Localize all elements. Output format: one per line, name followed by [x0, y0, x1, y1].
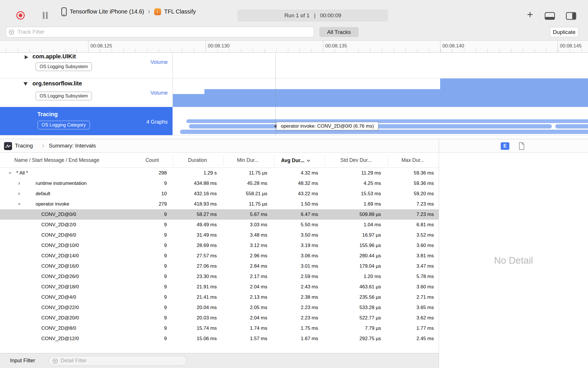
breadcrumb-tracing[interactable]: Tracing	[15, 139, 33, 152]
row-value: 20.04 ms	[197, 302, 217, 313]
column-header-min-dur[interactable]: Min Dur...	[237, 153, 259, 168]
track-filter-field[interactable]	[6, 27, 314, 37]
row-name: CONV_2D@26/0	[41, 271, 79, 282]
row-value: 2.84 ms	[250, 261, 267, 271]
column-header-duration[interactable]: Duration	[188, 153, 207, 168]
volume-graph-tensorflow[interactable]	[173, 78, 588, 107]
no-detail-label: No Detail	[494, 255, 533, 266]
tracing-intervals-graph[interactable]	[173, 107, 588, 135]
track-area: com.apple.UIKit OS Logging Subsystem Vol…	[0, 53, 588, 139]
interval-bar[interactable]	[180, 130, 588, 134]
detail-filter-field[interactable]	[49, 356, 187, 366]
table-row-conv-2d-6-0[interactable]: CONV_2D@6/0931.49 ms3.48 ms3.50 ms16.97 …	[0, 230, 439, 240]
table-row-conv-2d-14-0[interactable]: CONV_2D@14/0927.57 ms2.96 ms3.06 ms280.4…	[0, 251, 439, 261]
row-disclosure-down-icon[interactable]	[17, 202, 21, 206]
document-detail-button[interactable]	[518, 142, 525, 150]
breadcrumb-summary-intervals[interactable]: Summary: Intervals	[49, 139, 96, 152]
row-value: 9	[164, 251, 167, 261]
ruler-minor-tick	[558, 49, 558, 52]
timeline-ruler[interactable]: 00:08.12500:08.13000:08.13500:08.14000:0…	[0, 41, 588, 53]
ruler-time-label: 00:08.130	[208, 43, 230, 49]
track-label-uikit[interactable]: com.apple.UIKit OS Logging Subsystem Vol…	[0, 53, 173, 78]
ruler-minor-tick	[382, 49, 382, 52]
track-label-tensorflow[interactable]: org.tensorflow.lite OS Logging Subsystem…	[0, 78, 173, 107]
ruler-minor-tick	[394, 49, 394, 52]
table-row-conv-2d-16-0[interactable]: CONV_2D@16/0927.06 ms2.84 ms3.01 ms179.0…	[0, 261, 439, 271]
table-row-conv-2d-2-0[interactable]: CONV_2D@2/0949.49 ms3.03 ms5.50 ms1.04 m…	[0, 220, 439, 230]
expanded-detail-button[interactable]: E	[501, 142, 509, 150]
table-row-conv-2d-8-0[interactable]: CONV_2D@8/0915.74 ms1.74 ms1.75 ms7.79 µ…	[0, 323, 439, 334]
table-row-conv-2d-12-0[interactable]: CONV_2D@12/0915.06 ms1.57 ms1.67 ms292.7…	[0, 334, 439, 344]
table-row-operator-invoke[interactable]: operator invoke279418.93 ms11.75 µs1.50 …	[0, 199, 439, 209]
row-value: 2.96 ms	[250, 251, 267, 261]
ruler-minor-tick	[535, 49, 535, 52]
table-row-conv-2d-0-0[interactable]: CONV_2D@0/0958.27 ms5.67 ms6.47 ms509.89…	[0, 209, 439, 220]
add-instrument-button[interactable]: +	[525, 9, 535, 20]
disclosure-expanded-icon[interactable]	[24, 82, 28, 86]
table-row-runtime-instrumentation[interactable]: runtime instrumentation9434.88 ms45.28 m…	[0, 178, 439, 189]
interval-bar[interactable]	[555, 124, 588, 129]
input-filter-label: Input Filter	[10, 353, 35, 368]
row-value: 1.29 s	[204, 168, 217, 178]
duplicate-button[interactable]: Duplicate	[550, 27, 579, 37]
ruler-minor-tick	[123, 49, 124, 52]
row-value: 20.03 ms	[197, 313, 217, 323]
sort-descending-icon	[307, 153, 310, 168]
row-value: 2.23 ms	[301, 302, 318, 313]
volume-bar	[440, 78, 588, 107]
row-value: 4.32 ms	[301, 168, 318, 178]
row-value: 15.06 ms	[197, 334, 217, 344]
pause-button[interactable]	[41, 12, 49, 19]
ruler-minor-tick	[241, 49, 241, 52]
table-row-conv-2d-20-0[interactable]: CONV_2D@20/0920.03 ms2.04 ms2.23 ms522.7…	[0, 313, 439, 323]
row-name: runtime instrumentation	[36, 178, 87, 189]
table-row-all[interactable]: * All *2981.29 s11.75 µs4.32 ms11.29 ms5…	[0, 168, 439, 178]
intervals-table: * All *2981.29 s11.75 µs4.32 ms11.29 ms5…	[0, 168, 439, 344]
table-row-default[interactable]: default10432.16 ms558.21 µs43.22 ms15.53…	[0, 189, 439, 199]
interval-bar[interactable]	[186, 119, 588, 123]
row-value: 3.19 ms	[301, 240, 318, 251]
record-button[interactable]	[16, 11, 25, 20]
row-value: 5.67 ms	[250, 209, 267, 220]
column-header-count[interactable]: Count	[146, 153, 159, 168]
detail-inspector-panel: No Detail	[439, 153, 588, 368]
table-row-conv-2d-10-0[interactable]: CONV_2D@10/0928.69 ms3.12 ms3.19 ms155.9…	[0, 240, 439, 251]
column-header-name[interactable]: Name / Start Message / End Message	[14, 153, 99, 168]
device-target-selector[interactable]: Tensorflow Lite iPhone (14.6) › ↑ TFL Cl…	[61, 0, 196, 23]
track-meta-label: Volume	[150, 59, 168, 65]
track-filter-input[interactable]	[18, 27, 310, 37]
row-name: CONV_2D@20/0	[41, 313, 79, 323]
track-label-tracing-selected[interactable]: Tracing OS Logging Category 4 Graphs	[0, 107, 173, 135]
row-value: 1.50 ms	[301, 199, 318, 209]
table-row-conv-2d-18-0[interactable]: CONV_2D@18/0921.91 ms2.04 ms2.43 ms463.6…	[0, 282, 439, 292]
row-value: 3.01 ms	[301, 261, 318, 271]
ruler-minor-tick	[6, 49, 6, 52]
column-header-avg-dur[interactable]: Avg Dur...	[281, 153, 310, 168]
ruler-minor-tick	[288, 49, 288, 52]
ruler-minor-tick	[570, 49, 570, 52]
row-value: 48.32 ms	[298, 178, 318, 189]
toggle-bottom-panel-button[interactable]	[544, 12, 555, 20]
ruler-minor-tick	[523, 49, 523, 52]
row-value: 9	[164, 302, 167, 313]
row-value: 5.78 ms	[417, 271, 434, 282]
ruler-minor-tick	[370, 49, 370, 52]
row-disclosure-down-icon[interactable]	[8, 171, 12, 175]
column-header-std-dev-dur[interactable]: Std Dev Dur...	[341, 153, 372, 168]
row-disclosure-right-icon[interactable]	[17, 181, 21, 185]
table-row-conv-2d-26-0[interactable]: CONV_2D@26/0923.30 ms2.17 ms2.59 ms1.20 …	[0, 271, 439, 282]
all-tracks-button[interactable]: All Tracks	[319, 27, 359, 37]
ruler-minor-tick	[135, 49, 136, 52]
toggle-right-panel-button[interactable]	[566, 12, 577, 20]
table-row-conv-2d-4-0[interactable]: CONV_2D@4/0921.41 ms2.13 ms2.38 ms235.56…	[0, 292, 439, 302]
ruler-minor-tick	[194, 49, 194, 52]
playhead-line[interactable]	[275, 53, 276, 135]
track-name: org.tensorflow.lite	[32, 80, 82, 87]
bottom-panel-icon	[545, 12, 555, 20]
row-value: 418.93 ms	[194, 199, 217, 209]
detail-filter-input[interactable]	[61, 356, 183, 365]
disclosure-collapsed-icon[interactable]	[25, 55, 28, 59]
row-disclosure-right-icon[interactable]	[17, 191, 21, 195]
table-row-conv-2d-22-0[interactable]: CONV_2D@22/0920.04 ms2.05 ms2.23 ms533.2…	[0, 302, 439, 313]
column-header-max-dur[interactable]: Max Dur...	[401, 153, 424, 168]
